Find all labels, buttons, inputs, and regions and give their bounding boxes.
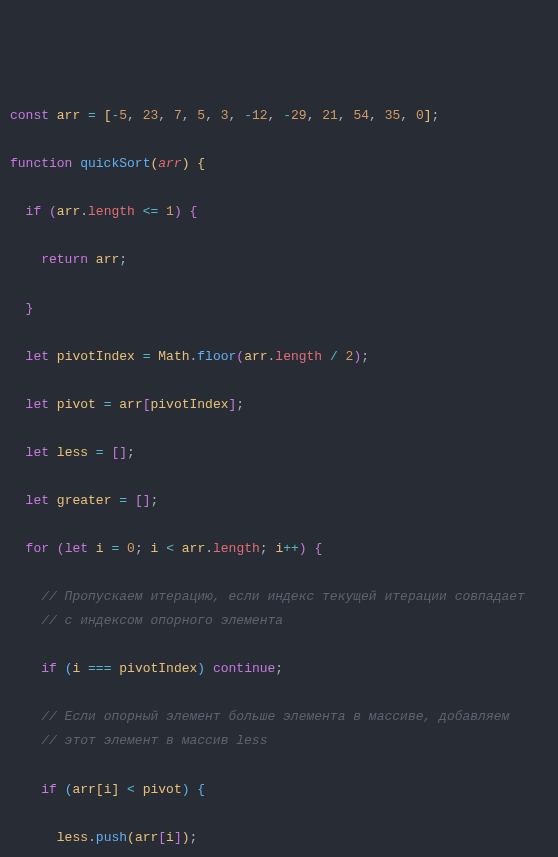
- code-line: for (let i = 0; i < arr.length; i++) {: [10, 537, 548, 561]
- code-line: function quickSort(arr) {: [10, 152, 548, 176]
- code-line: if (i === pivotIndex) continue;: [10, 657, 548, 681]
- code-line: let pivot = arr[pivotIndex];: [10, 393, 548, 417]
- code-line: [10, 128, 548, 152]
- code-line: [10, 561, 548, 585]
- code-line: if (arr[i] < pivot) {: [10, 778, 548, 802]
- code-line: }: [10, 297, 548, 321]
- code-line: [10, 273, 548, 297]
- code-line: let pivotIndex = Math.floor(arr.length /…: [10, 345, 548, 369]
- code-line: // Пропускаем итерацию, если индекс теку…: [10, 585, 548, 609]
- code-line: [10, 465, 548, 489]
- code-line: [10, 850, 548, 857]
- code-line: [10, 176, 548, 200]
- code-line: return arr;: [10, 248, 548, 272]
- code-line: let greater = [];: [10, 489, 548, 513]
- code-line: [10, 681, 548, 705]
- code-line: [10, 753, 548, 777]
- code-line: [10, 369, 548, 393]
- code-line: less.push(arr[i]);: [10, 826, 548, 850]
- code-line: [10, 321, 548, 345]
- code-line: // с индексом опорного элемента: [10, 609, 548, 633]
- code-line: [10, 417, 548, 441]
- code-line: let less = [];: [10, 441, 548, 465]
- code-line: // этот элемент в массив less: [10, 729, 548, 753]
- code-line: const arr = [-5, 23, 7, 5, 3, -12, -29, …: [10, 104, 548, 128]
- code-line: if (arr.length <= 1) {: [10, 200, 548, 224]
- code-line: [10, 802, 548, 826]
- code-line: [10, 224, 548, 248]
- code-line: [10, 633, 548, 657]
- code-line: // Если опорный элемент больше элемента …: [10, 705, 548, 729]
- code-block: const arr = [-5, 23, 7, 5, 3, -12, -29, …: [10, 104, 548, 857]
- code-line: [10, 513, 548, 537]
